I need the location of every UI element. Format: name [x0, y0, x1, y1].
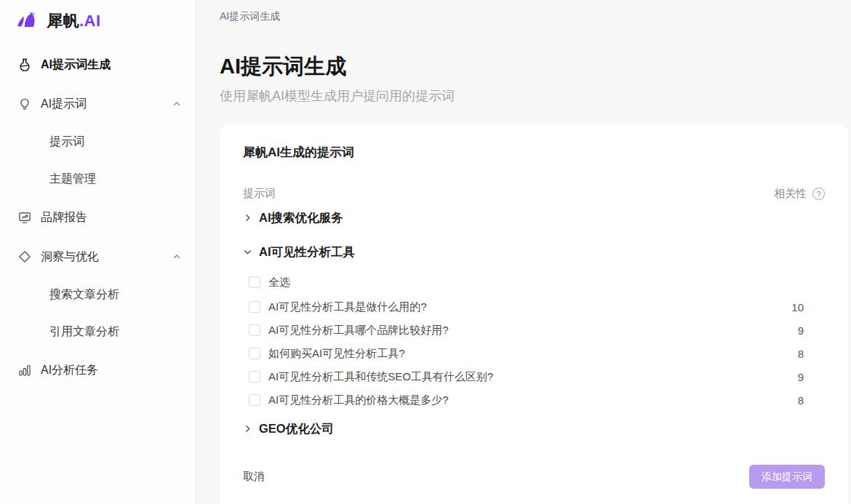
- generated-prompts-card: 犀帆AI生成的提示词 提示词 相关性 ? AI搜索优化服务 AI可见性分析工具 …: [220, 124, 848, 504]
- group-label: AI可见性分析工具: [259, 244, 355, 260]
- prompt-row: AI可见性分析工具的价格大概是多少? 8: [243, 388, 825, 412]
- relevance-value: 8: [798, 394, 804, 407]
- sidebar-item-brand-report[interactable]: 品牌报告: [0, 198, 196, 237]
- main-content: AI提示词生成 AI提示词生成 使用犀帆AI模型生成用户提问用的提示词 犀帆AI…: [196, 0, 851, 504]
- sidebar-item-label: AI分析任务: [41, 363, 98, 378]
- prompt-checkbox[interactable]: [249, 394, 260, 406]
- sidebar-subitem-citation-article-analysis[interactable]: 引用文章分析: [0, 313, 196, 351]
- column-relevance-label: 相关性: [774, 187, 807, 201]
- sidebar-subitem-topic-management[interactable]: 主题管理: [0, 161, 196, 198]
- prompt-row: AI可见性分析工具和传统SEO工具有什么区别? 9: [243, 365, 825, 388]
- sidebar-nav: AI提示词生成 AI提示词 提示词 主题管理: [0, 45, 196, 390]
- add-prompts-button[interactable]: 添加提示词: [749, 465, 825, 489]
- page-subtitle: 使用犀帆AI模型生成用户提问用的提示词: [220, 87, 851, 105]
- chevron-right-icon: [243, 213, 252, 223]
- bulb-icon: [17, 97, 32, 111]
- chevron-down-icon: [243, 247, 252, 257]
- sidebar-item-label: AI提示词生成: [41, 57, 111, 73]
- sidebar-subitem-search-article-analysis[interactable]: 搜索文章分析: [0, 276, 196, 313]
- monitor-trend-icon: [17, 210, 32, 225]
- prompt-checkbox[interactable]: [249, 348, 260, 359]
- group-row-ai-visibility-tools[interactable]: AI可见性分析工具: [243, 235, 825, 269]
- brand-logo[interactable]: 犀帆.AI: [0, 6, 196, 39]
- prompt-text: AI可见性分析工具哪个品牌比较好用?: [268, 324, 449, 337]
- select-all-label: 全选: [268, 276, 290, 289]
- sidebar-item-insight-optimize[interactable]: 洞察与优化: [0, 237, 196, 276]
- prompt-row: 如何购买AI可见性分析工具? 8: [243, 342, 825, 365]
- card-footer: 取消 添加提示词: [243, 465, 825, 489]
- cancel-button[interactable]: 取消: [243, 470, 265, 484]
- relevance-value: 9: [798, 371, 804, 383]
- page-title: AI提示词生成: [220, 52, 851, 81]
- prompt-checkbox[interactable]: [249, 324, 260, 336]
- prompt-text: AI可见性分析工具的价格大概是多少?: [268, 393, 449, 407]
- bar-chart-icon: [17, 363, 32, 377]
- prompt-text: AI可见性分析工具是做什么用的?: [268, 300, 427, 314]
- relevance-value: 9: [798, 324, 804, 337]
- sidebar: 犀帆.AI AI提示词生成 AI提示词: [0, 0, 196, 504]
- prompt-text: AI可见性分析工具和传统SEO工具有什么区别?: [268, 370, 493, 384]
- diamond-icon: [17, 249, 32, 264]
- card-title: 犀帆AI生成的提示词: [243, 144, 825, 161]
- select-all-row: 全选: [243, 269, 825, 295]
- prompt-text: 如何购买AI可见性分析工具?: [268, 347, 405, 361]
- prompt-row: AI可见性分析工具哪个品牌比较好用? 9: [243, 319, 825, 342]
- prompt-row: AI可见性分析工具是做什么用的? 10: [243, 295, 825, 319]
- sidebar-item-ai-prompt-generate[interactable]: AI提示词生成: [0, 45, 196, 84]
- column-prompt-label: 提示词: [243, 187, 276, 201]
- sail-logo-icon: [16, 11, 41, 31]
- relevance-value: 8: [798, 348, 804, 360]
- help-icon[interactable]: ?: [812, 188, 825, 200]
- prompt-checkbox[interactable]: [249, 371, 260, 383]
- brand-name: 犀帆.AI: [47, 10, 101, 32]
- group-label: GEO优化公司: [259, 421, 334, 437]
- chevron-right-icon: [243, 424, 252, 433]
- sidebar-subitem-prompts[interactable]: 提示词: [0, 124, 196, 161]
- sidebar-item-ai-prompt[interactable]: AI提示词: [0, 84, 196, 124]
- flask-icon: [17, 57, 32, 72]
- group-label: AI搜索优化服务: [259, 210, 343, 226]
- relevance-value: 10: [791, 301, 804, 313]
- sidebar-item-label: 洞察与优化: [41, 249, 99, 265]
- group-row-ai-search-optimization[interactable]: AI搜索优化服务: [243, 201, 825, 235]
- prompt-checkbox[interactable]: [249, 301, 260, 313]
- breadcrumb: AI提示词生成: [220, 0, 851, 23]
- chevron-up-icon[interactable]: [172, 100, 181, 108]
- group-row-geo-companies[interactable]: GEO优化公司: [243, 412, 825, 446]
- select-all-checkbox[interactable]: [249, 276, 260, 288]
- sidebar-item-label: AI提示词: [41, 97, 87, 112]
- sidebar-item-ai-analysis-tasks[interactable]: AI分析任务: [0, 351, 196, 390]
- table-header-row: 提示词 相关性 ?: [243, 187, 825, 201]
- chevron-up-icon[interactable]: [172, 252, 181, 261]
- sidebar-item-label: 品牌报告: [41, 210, 87, 225]
